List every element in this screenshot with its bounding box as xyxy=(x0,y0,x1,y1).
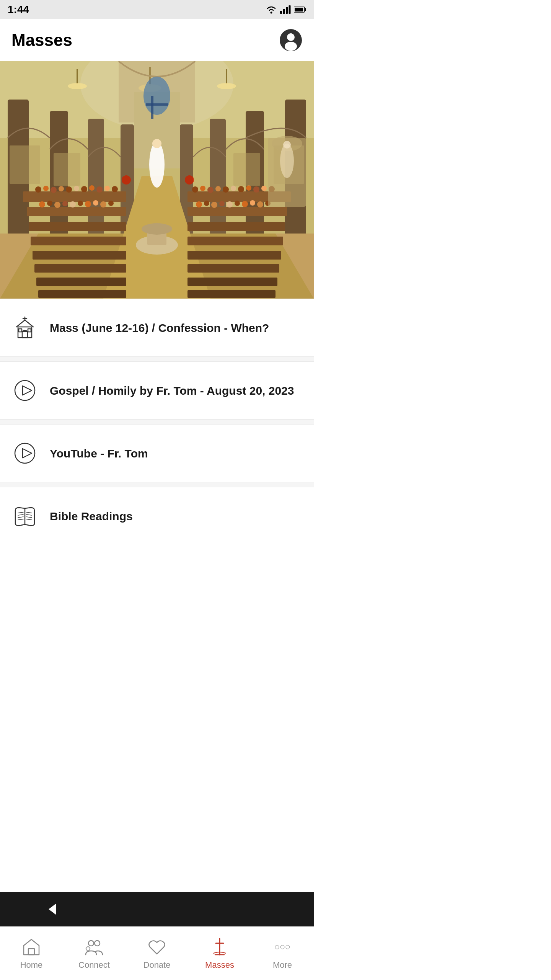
gospel-homily-text: Gospel / Homily by Fr. Tom - August 20, … xyxy=(50,383,294,398)
svg-point-70 xyxy=(93,200,98,206)
battery-icon xyxy=(294,6,306,13)
svg-point-57 xyxy=(74,186,79,191)
status-icons xyxy=(266,5,306,14)
svg-point-80 xyxy=(246,185,251,191)
svg-marker-116 xyxy=(23,386,32,395)
svg-point-75 xyxy=(207,187,214,193)
svg-point-76 xyxy=(215,186,221,191)
svg-line-122 xyxy=(18,517,23,518)
svg-point-82 xyxy=(261,186,267,191)
app-header: Masses xyxy=(0,19,314,61)
svg-rect-7 xyxy=(295,8,303,11)
svg-rect-41 xyxy=(34,264,126,273)
svg-rect-42 xyxy=(36,278,126,286)
svg-point-10 xyxy=(285,42,297,51)
svg-point-9 xyxy=(287,33,295,41)
svg-point-15 xyxy=(68,83,87,89)
svg-point-0 xyxy=(271,12,272,14)
svg-rect-43 xyxy=(38,290,126,298)
bible-readings-card[interactable]: Bible Readings xyxy=(0,487,314,545)
svg-point-77 xyxy=(223,186,229,193)
svg-rect-4 xyxy=(289,5,291,14)
svg-point-55 xyxy=(59,186,64,191)
svg-rect-23 xyxy=(151,96,153,119)
svg-line-120 xyxy=(18,512,23,513)
svg-rect-2 xyxy=(283,9,285,14)
hero-image xyxy=(0,61,314,299)
svg-rect-6 xyxy=(305,8,306,11)
svg-point-94 xyxy=(149,142,165,188)
svg-rect-114 xyxy=(28,329,31,332)
signal-icon xyxy=(280,5,291,14)
play-icon-1 xyxy=(11,377,38,404)
svg-line-125 xyxy=(26,514,32,515)
svg-rect-99 xyxy=(10,145,40,184)
svg-point-79 xyxy=(238,186,244,192)
gospel-homily-card[interactable]: Gospel / Homily by Fr. Tom - August 20, … xyxy=(0,361,314,420)
svg-point-81 xyxy=(253,186,259,193)
content-area: Mass (June 12-16) / Confession - When? G… xyxy=(0,299,314,545)
svg-point-65 xyxy=(54,202,60,208)
svg-rect-113 xyxy=(19,329,22,332)
svg-point-86 xyxy=(211,202,217,208)
svg-point-71 xyxy=(100,201,106,207)
svg-marker-118 xyxy=(23,449,32,458)
svg-rect-18 xyxy=(226,69,227,84)
svg-rect-36 xyxy=(23,191,126,202)
svg-line-121 xyxy=(18,514,23,515)
profile-icon[interactable] xyxy=(279,29,302,52)
svg-rect-38 xyxy=(29,222,126,231)
svg-point-92 xyxy=(257,201,263,207)
svg-point-88 xyxy=(227,201,233,207)
svg-rect-1 xyxy=(280,11,282,14)
church-interior-svg xyxy=(0,61,314,299)
svg-rect-50 xyxy=(187,278,277,286)
svg-rect-49 xyxy=(187,264,279,273)
wifi-icon xyxy=(266,5,277,14)
svg-rect-3 xyxy=(286,7,288,14)
svg-point-107 xyxy=(122,175,131,185)
youtube-card[interactable]: YouTube - Fr. Tom xyxy=(0,424,314,482)
book-icon xyxy=(11,503,38,529)
svg-point-90 xyxy=(242,201,248,207)
church-icon xyxy=(11,314,38,341)
svg-point-58 xyxy=(81,186,87,192)
svg-point-59 xyxy=(89,185,95,191)
svg-point-108 xyxy=(185,175,194,185)
svg-point-63 xyxy=(39,201,45,207)
svg-rect-14 xyxy=(77,69,78,84)
svg-point-53 xyxy=(43,186,49,191)
svg-point-74 xyxy=(200,186,205,191)
svg-point-85 xyxy=(204,201,209,206)
svg-point-78 xyxy=(231,186,236,191)
svg-rect-47 xyxy=(187,237,283,245)
svg-point-87 xyxy=(219,201,225,206)
svg-rect-46 xyxy=(187,222,285,231)
page-title: Masses xyxy=(11,31,72,50)
svg-line-124 xyxy=(26,512,32,513)
svg-point-73 xyxy=(192,186,198,193)
svg-point-95 xyxy=(152,139,161,148)
svg-point-105 xyxy=(280,144,294,178)
svg-point-84 xyxy=(196,201,202,207)
svg-point-52 xyxy=(35,186,41,193)
status-bar: 1:44 xyxy=(0,0,314,19)
svg-rect-24 xyxy=(146,103,168,106)
svg-rect-45 xyxy=(187,207,287,216)
svg-point-72 xyxy=(108,201,114,206)
mass-confession-card[interactable]: Mass (June 12-16) / Confession - When? xyxy=(0,299,314,357)
svg-rect-112 xyxy=(22,332,28,338)
svg-point-106 xyxy=(283,141,291,149)
svg-line-127 xyxy=(26,519,32,520)
svg-point-62 xyxy=(112,186,118,192)
svg-point-61 xyxy=(104,186,110,191)
svg-point-91 xyxy=(250,200,255,206)
status-time: 1:44 xyxy=(8,3,29,16)
svg-line-123 xyxy=(18,519,23,520)
svg-line-126 xyxy=(26,517,32,518)
svg-point-60 xyxy=(96,186,103,193)
svg-rect-48 xyxy=(187,251,281,260)
svg-rect-37 xyxy=(27,207,126,216)
bible-readings-text: Bible Readings xyxy=(50,509,133,524)
svg-rect-40 xyxy=(33,251,126,260)
